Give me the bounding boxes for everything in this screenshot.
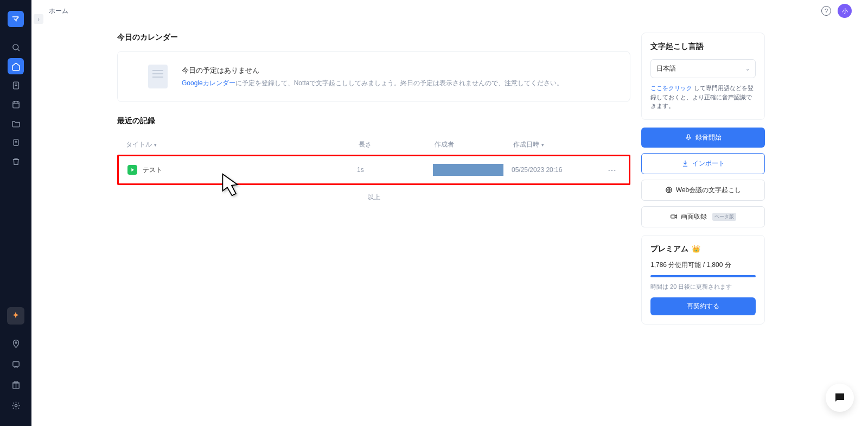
usage-text: 1,786 分使用可能 / 1,800 分: [650, 260, 756, 270]
app-logo[interactable]: マ: [8, 11, 24, 27]
calendar-empty-title: 今日の予定はありません: [182, 66, 563, 75]
language-panel-title: 文字起こし言語: [650, 42, 756, 52]
creator-redacted: [433, 164, 503, 176]
mic-icon: [685, 133, 692, 141]
web-meeting-button[interactable]: Web会議の文字起こし: [641, 180, 765, 201]
svg-rect-18: [687, 135, 690, 138]
google-calendar-link[interactable]: Googleカレンダー: [182, 79, 235, 87]
sidebar-folder[interactable]: [8, 115, 24, 131]
screen-record-button[interactable]: 画面収録 ベータ版: [641, 206, 765, 227]
record-date: 05/25/2023 20:16: [512, 166, 604, 174]
sidebar-feedback[interactable]: [8, 356, 24, 372]
calendar-empty-desc: Googleカレンダーに予定を登録して、Nottaで文字起こししてみましょう。終…: [182, 79, 563, 88]
svg-rect-20: [671, 215, 675, 218]
header: ホーム ? 小: [31, 0, 868, 22]
calendar-icon: [11, 100, 21, 109]
folder-icon: [11, 119, 21, 128]
sidebar-trash[interactable]: [8, 153, 24, 169]
globe-icon: [665, 186, 673, 194]
end-of-list: 以上: [117, 185, 630, 209]
home-icon: [11, 62, 21, 71]
crown-icon: 👑: [692, 245, 700, 253]
feedback-icon: [11, 360, 21, 369]
chevron-down-icon: ▾: [541, 142, 544, 148]
svg-point-17: [15, 404, 17, 406]
language-panel: 文字起こし言語 日本語 ⌄ ここをクリック して専門用語などを登録しておくと、よ…: [641, 33, 765, 120]
chat-bubble-button[interactable]: [826, 384, 854, 412]
language-hint: ここをクリック して専門用語などを登録しておくと、より正確に音声認識できます。: [650, 84, 756, 111]
usage-bar: [650, 275, 756, 277]
language-select[interactable]: 日本語 ⌄: [650, 59, 756, 78]
gift-icon: [11, 380, 21, 390]
sidebar: マ: [0, 0, 31, 426]
trash-icon: [11, 157, 21, 166]
help-button[interactable]: ?: [821, 6, 831, 16]
sidebar-notes[interactable]: [8, 77, 24, 93]
sidebar-files[interactable]: [8, 134, 24, 150]
breadcrumb: ホーム: [49, 7, 68, 16]
column-date[interactable]: 作成日時 ▾: [513, 140, 605, 149]
calendar-illustration: [130, 61, 171, 92]
files-icon: [11, 138, 21, 147]
renew-button[interactable]: 再契約する: [650, 297, 756, 315]
table-header: タイトル ▾ 長さ 作成者 作成日時 ▾: [117, 135, 630, 155]
sidebar-home[interactable]: [8, 58, 24, 74]
settings-icon: [11, 401, 21, 410]
sidebar-gift[interactable]: [8, 377, 24, 393]
location-icon: [11, 339, 21, 348]
record-creator: [433, 164, 512, 176]
video-icon: [670, 213, 678, 220]
sidebar-location[interactable]: [8, 335, 24, 352]
table-row[interactable]: テスト 1s 05/25/2023 20:16 ⋯: [117, 155, 630, 185]
record-title: テスト: [143, 166, 357, 175]
renew-info: 時間は 20 日後に更新されます: [650, 283, 756, 291]
chat-icon: [833, 391, 846, 404]
column-creator: 作成者: [435, 140, 513, 149]
sidebar-ai-button[interactable]: [7, 307, 24, 325]
search-icon: [11, 43, 21, 52]
column-length: 長さ: [359, 140, 435, 149]
chevron-down-icon: ▾: [154, 142, 157, 148]
sidebar-settings[interactable]: [8, 397, 24, 414]
notes-icon: [11, 81, 21, 90]
beta-badge: ベータ版: [712, 213, 736, 221]
sidebar-search[interactable]: [8, 39, 24, 55]
vocabulary-link[interactable]: ここをクリック: [650, 85, 692, 91]
more-icon: ⋯: [608, 165, 616, 175]
svg-line-1: [17, 49, 19, 50]
start-recording-button[interactable]: 録音開始: [641, 128, 765, 148]
premium-panel: プレミアム 👑 1,786 分使用可能 / 1,800 分 時間は 20 日後に…: [641, 235, 765, 325]
calendar-section-title: 今日のカレンダー: [117, 33, 630, 42]
svg-rect-14: [12, 361, 18, 366]
premium-title: プレミアム 👑: [650, 244, 756, 254]
svg-point-13: [15, 341, 17, 343]
sparkle-icon: [11, 311, 21, 321]
column-title[interactable]: タイトル ▾: [126, 140, 359, 149]
user-avatar[interactable]: 小: [838, 4, 852, 18]
import-icon: [681, 160, 689, 167]
record-length: 1s: [357, 166, 433, 174]
calendar-empty-card: 今日の予定はありません Googleカレンダーに予定を登録して、Nottaで文字…: [117, 51, 630, 102]
records-section-title: 最近の記録: [117, 116, 630, 126]
svg-point-0: [12, 44, 18, 49]
help-icon: ?: [825, 8, 828, 14]
import-button[interactable]: インポート: [641, 153, 765, 174]
record-more-button[interactable]: ⋯: [604, 165, 620, 175]
record-type-icon: [127, 165, 137, 175]
svg-rect-5: [12, 101, 18, 107]
sidebar-calendar[interactable]: [8, 96, 24, 112]
chevron-down-icon: ⌄: [745, 66, 750, 72]
